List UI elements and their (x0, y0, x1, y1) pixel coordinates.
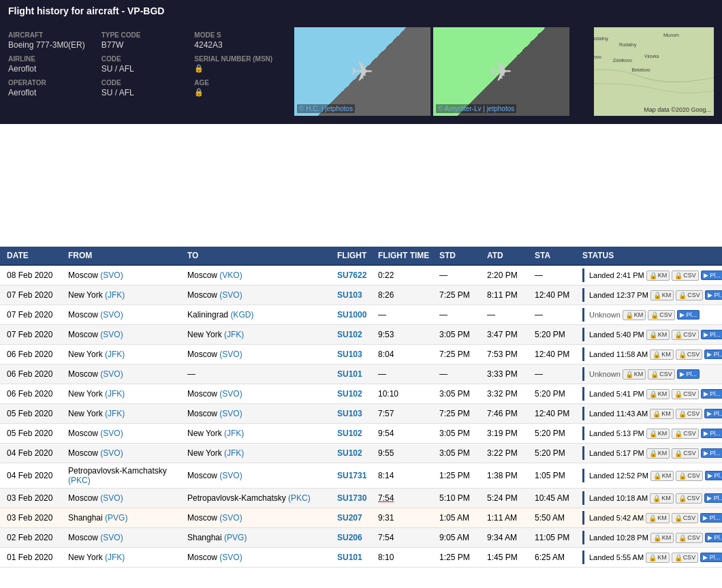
row-flight[interactable]: SU102 (336, 448, 377, 458)
csv-button[interactable]: 🔒 CSV (676, 350, 703, 360)
to-airport-link[interactable]: (SVO) (219, 290, 242, 300)
csv-button[interactable]: 🔒 CSV (672, 330, 699, 340)
row-to: Moscow (SVO) (186, 350, 336, 359)
play-button[interactable]: ▶ Pl... (701, 389, 722, 399)
play-button[interactable]: ▶ Pl... (700, 553, 722, 562)
status-text: Landed 10:28 PM (589, 533, 648, 542)
from-airport-link[interactable]: (SVO) (100, 270, 123, 280)
aircraft-photos: ✈ © H.C. | jetphotos ✈ © Amyritter-Lv | … (294, 27, 580, 116)
row-flight[interactable]: SU102 (336, 429, 377, 438)
from-airport-link[interactable]: (JFK) (105, 290, 125, 300)
from-airport-link[interactable]: (SVO) (100, 493, 123, 503)
csv-button[interactable]: 🔒 CSV (672, 513, 699, 523)
play-button[interactable]: ▶ Pl... (704, 350, 722, 359)
play-button[interactable]: ▶ Pl... (701, 429, 722, 438)
to-airport-link[interactable]: (JFK) (224, 448, 244, 458)
km-button[interactable]: 🔒 KM (646, 389, 670, 399)
km-button[interactable]: 🔒 KM (646, 330, 670, 340)
to-airport-link[interactable]: (SVO) (219, 389, 242, 399)
play-button[interactable]: ▶ Pl... (677, 369, 700, 379)
to-airport-link[interactable]: (SVO) (219, 471, 242, 480)
play-button[interactable]: ▶ Pl... (701, 270, 722, 280)
from-airport-link[interactable]: (JFK) (105, 389, 125, 399)
csv-button[interactable]: 🔒 CSV (672, 553, 699, 563)
km-button[interactable]: 🔒 KM (646, 270, 670, 281)
csv-button[interactable]: 🔒 CSV (676, 493, 703, 504)
from-airport-link[interactable]: (SVO) (100, 369, 123, 379)
row-from: Moscow (SVO) (67, 310, 186, 320)
row-flight-time: 8:10 (377, 553, 438, 562)
table-row: 01 Feb 2020 New York (JFK) Moscow (SVO) … (0, 548, 722, 568)
to-airport-link[interactable]: (PVG) (224, 533, 247, 542)
to-airport-link[interactable]: (SVO) (219, 553, 242, 562)
play-button[interactable]: ▶ Pl... (677, 310, 700, 320)
play-button[interactable]: ▶ Pl... (705, 533, 722, 542)
csv-button[interactable]: 🔒 CSV (672, 270, 699, 281)
row-std: 3:05 PM (438, 330, 486, 339)
play-button[interactable]: ▶ Pl... (704, 409, 722, 418)
csv-button[interactable]: 🔒 CSV (648, 369, 675, 380)
row-flight[interactable]: SU207 (336, 513, 377, 523)
play-button[interactable]: ▶ Pl... (704, 493, 722, 503)
km-button[interactable]: 🔒 KM (646, 448, 670, 459)
to-airport-link[interactable]: (SVO) (219, 409, 242, 418)
status-text: Landed 12:37 PM (589, 291, 648, 299)
csv-button[interactable]: 🔒 CSV (676, 471, 703, 481)
to-airport-link[interactable]: (JFK) (224, 330, 244, 339)
to-airport-link[interactable]: (VKO) (219, 270, 242, 280)
row-flight[interactable]: SU102 (336, 330, 377, 339)
row-flight[interactable]: SU206 (336, 533, 377, 542)
from-airport-link[interactable]: (PKC) (68, 476, 91, 485)
play-button[interactable]: ▶ Pl... (700, 513, 722, 523)
csv-button[interactable]: 🔒 CSV (672, 429, 699, 439)
play-button[interactable]: ▶ Pl... (705, 471, 722, 480)
csv-button[interactable]: 🔒 CSV (648, 310, 675, 320)
row-flight[interactable]: SU103 (336, 350, 377, 359)
play-button[interactable]: ▶ Pl... (705, 290, 722, 300)
km-button[interactable]: 🔒 KM (650, 290, 674, 300)
from-airport-link[interactable]: (SVO) (100, 310, 123, 320)
from-airport-link[interactable]: (JFK) (105, 350, 125, 359)
to-airport-link[interactable]: (SVO) (219, 350, 242, 359)
csv-button[interactable]: 🔒 CSV (676, 409, 703, 419)
km-button[interactable]: 🔒 KM (646, 553, 670, 563)
km-button[interactable]: 🔒 KM (646, 429, 670, 439)
row-flight[interactable]: SU101 (336, 369, 377, 379)
km-button[interactable]: 🔒 KM (650, 533, 674, 543)
row-flight[interactable]: SU103 (336, 409, 377, 418)
km-button[interactable]: 🔒 KM (650, 493, 674, 504)
svg-text:Khrustalny: Khrustalny (594, 35, 608, 42)
csv-button[interactable]: 🔒 CSV (672, 389, 699, 399)
play-button[interactable]: ▶ Pl... (701, 330, 722, 339)
km-button[interactable]: 🔒 KM (623, 310, 646, 320)
km-button[interactable]: 🔒 KM (623, 369, 646, 380)
csv-button[interactable]: 🔒 CSV (676, 290, 703, 300)
km-button[interactable]: 🔒 KM (650, 409, 674, 419)
row-atd: 1:38 PM (486, 471, 533, 480)
km-button[interactable]: 🔒 KM (650, 471, 674, 481)
from-airport-link[interactable]: (PVG) (105, 513, 127, 523)
from-airport-link[interactable]: (SVO) (100, 533, 123, 542)
row-to: New York (JFK) (186, 330, 336, 339)
csv-button[interactable]: 🔒 CSV (676, 533, 703, 543)
row-flight[interactable]: SU102 (336, 389, 377, 399)
from-airport-link[interactable]: (SVO) (100, 330, 123, 339)
from-airport-link[interactable]: (JFK) (105, 553, 125, 562)
km-button[interactable]: 🔒 KM (646, 513, 670, 523)
to-airport-link[interactable]: (KGD) (230, 310, 253, 320)
to-airport-link[interactable]: (SVO) (219, 513, 242, 523)
from-airport-link[interactable]: (JFK) (105, 409, 125, 418)
to-airport-link[interactable]: (JFK) (224, 429, 244, 438)
row-flight[interactable]: SU103 (336, 290, 377, 300)
km-button[interactable]: 🔒 KM (650, 350, 674, 360)
row-flight[interactable]: SU7622 (336, 270, 377, 280)
from-airport-link[interactable]: (SVO) (100, 448, 123, 458)
row-flight[interactable]: SU101 (336, 553, 377, 562)
row-flight[interactable]: SU1731 (336, 471, 377, 480)
row-flight[interactable]: SU1000 (336, 310, 377, 320)
csv-button[interactable]: 🔒 CSV (672, 448, 699, 459)
play-button[interactable]: ▶ Pl... (701, 448, 722, 458)
to-airport-link[interactable]: (PKC) (288, 493, 311, 503)
row-flight[interactable]: SU1730 (336, 493, 377, 503)
from-airport-link[interactable]: (SVO) (100, 429, 123, 438)
